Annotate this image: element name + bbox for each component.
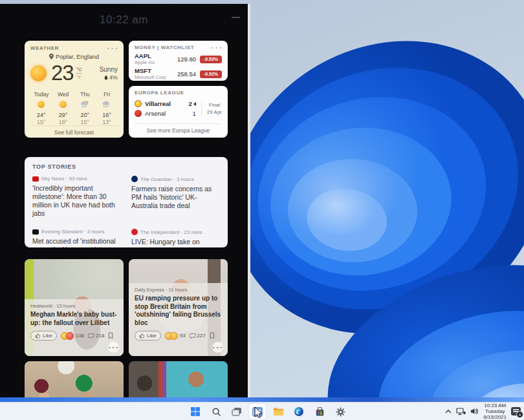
forecast-day: Fri 16° 13°: [96, 91, 118, 125]
sports-widget[interactable]: EUROPA LEAGUE Villarreal 2: [129, 86, 228, 138]
volume-icon[interactable]: [470, 408, 479, 415]
tray-date: 6/15/2021: [483, 414, 507, 420]
unit-toggle[interactable]: °C °F: [76, 67, 82, 80]
guardian-logo-icon: [131, 176, 138, 182]
story-item[interactable]: Sky News · 53 mins 'Incredibly important…: [32, 176, 121, 218]
winner-indicator-icon: [193, 102, 196, 106]
bookmark-icon[interactable]: [210, 332, 215, 339]
card-more-button[interactable]: • • •: [212, 342, 223, 353]
like-button[interactable]: Like: [135, 331, 161, 341]
store-button[interactable]: [311, 404, 328, 419]
stock-row[interactable]: MSFT Microsoft Corp 258.54 -0.52%: [135, 68, 222, 80]
network-icon[interactable]: [456, 408, 466, 415]
arsenal-crest-icon: [135, 110, 142, 117]
top-stories-widget: TOP STORIES Sky News · 53 mins 'Incredib…: [25, 157, 228, 247]
news-image-partial-left[interactable]: [25, 361, 124, 401]
money-widget[interactable]: MONEY | WATCHLIST • • • AAPL Apple Inc 1…: [129, 41, 228, 81]
weather-widget[interactable]: WEATHER • • • Poplar, England 23 °C °F: [25, 41, 124, 138]
comments-count[interactable]: 227: [190, 333, 206, 339]
weather-menu-button[interactable]: • • •: [107, 47, 118, 50]
story-item[interactable]: The Guardian · 3 hours Farmers raise con…: [131, 176, 220, 218]
fahrenheit-label[interactable]: °F: [76, 74, 82, 80]
story-headline[interactable]: Met accused of 'institutional corruption…: [32, 237, 121, 247]
story-meta-text: The Independent · 23 mins: [140, 229, 202, 235]
forecast-day: Thu 20° 15°: [74, 91, 96, 125]
stock-price: 258.54: [177, 70, 196, 78]
sun-icon: [38, 101, 45, 108]
see-full-forecast-link[interactable]: See full forecast: [30, 125, 118, 136]
wow-emoji-icon: [170, 332, 178, 340]
gear-icon: [336, 407, 345, 417]
search-button[interactable]: [208, 404, 224, 419]
widgets-card-area: WEATHER • • • Poplar, England 23 °C °F: [25, 41, 228, 401]
evening-standard-logo-icon: [32, 229, 39, 235]
top-stories-title: TOP STORIES: [32, 163, 220, 170]
stock-row[interactable]: AAPL Apple Inc 129.80 -0.53%: [135, 53, 222, 65]
story-meta-text: Sky News · 53 mins: [41, 176, 87, 182]
tray-clock[interactable]: 10:23 AM Tuesday 6/15/2021: [483, 403, 507, 420]
news-headline[interactable]: Meghan Markle's baby bust-up: the fallou…: [30, 311, 118, 327]
news-image-partial-right[interactable]: [129, 361, 228, 401]
forecast-day: Wed 29° 18°: [52, 91, 74, 125]
current-temp: 23: [51, 61, 74, 85]
money-title: MONEY | WATCHLIST: [135, 45, 194, 50]
comment-icon: [88, 333, 94, 339]
start-button[interactable]: [187, 404, 204, 419]
news-card-meghan[interactable]: Heatworld · 13 hours Meghan Markle's bab…: [25, 259, 124, 356]
reactions-count[interactable]: 93: [165, 332, 186, 340]
droplet-icon: [104, 75, 108, 80]
story-headline[interactable]: 'Incredibly important milestone': More t…: [32, 184, 121, 218]
match-score[interactable]: Villarreal 2 Arsenal 1: [135, 99, 222, 118]
stock-symbol: AAPL: [135, 53, 155, 59]
notification-center-button[interactable]: 4: [511, 407, 521, 415]
location-pin-icon: [49, 54, 54, 59]
weather-title: WEATHER: [30, 45, 59, 51]
sports-title: EUROPA LEAGUE: [135, 90, 184, 96]
comments-count[interactable]: 218: [88, 333, 104, 339]
thumb-up-icon: [139, 333, 145, 339]
notification-count-badge: 4: [516, 411, 523, 418]
sun-icon: [30, 65, 47, 81]
stock-company: Apple Inc: [135, 59, 155, 65]
stock-change-badge: -0.52%: [200, 70, 222, 78]
story-item[interactable]: Evening Standard · 3 hours Met accused o…: [32, 229, 121, 247]
news-headline[interactable]: EU ramping pressure up to stop Brexit Br…: [135, 295, 222, 327]
widgets-top-row: WEATHER • • • Poplar, England 23 °C °F: [25, 41, 228, 138]
news-meta: Daily Express · 11 hours: [135, 287, 222, 293]
widgets-clock: 10:22 am: [0, 14, 248, 26]
villarreal-crest-icon: [135, 100, 142, 107]
like-button[interactable]: Like: [30, 331, 57, 341]
task-view-button[interactable]: [228, 404, 245, 419]
comment-icon: [190, 333, 196, 339]
money-menu-button[interactable]: • • •: [212, 47, 222, 49]
sun-icon: [60, 101, 67, 108]
home-team-row: Villarreal 2: [135, 99, 196, 109]
edge-button[interactable]: [290, 404, 307, 419]
sky-news-logo-icon: [32, 176, 39, 182]
bookmark-icon[interactable]: [108, 332, 113, 339]
widgets-panel: 10:22 am WEATHER • • • Poplar, England: [0, 4, 250, 397]
news-card-brexit[interactable]: Daily Express · 11 hours EU ramping pres…: [129, 259, 228, 356]
stock-symbol: MSFT: [135, 68, 166, 74]
story-meta-text: The Guardian · 3 hours: [140, 176, 194, 182]
thumb-up-icon: [35, 333, 41, 339]
settings-button[interactable]: [332, 404, 349, 419]
see-more-europa-link[interactable]: See more Europa League: [135, 123, 222, 134]
stock-change-badge: -0.53%: [200, 56, 222, 63]
weather-condition: Sunny: [100, 66, 118, 73]
card-more-button[interactable]: • • •: [108, 342, 119, 353]
independent-logo-icon: [131, 229, 138, 235]
story-headline[interactable]: Farmers raise concerns as PM hails 'hist…: [131, 185, 220, 210]
reactions-count[interactable]: 138: [61, 332, 84, 340]
heart-emoji-icon: [66, 332, 74, 340]
forecast-row: Today 24° 15° Wed 29° 18° Thu: [30, 91, 118, 125]
stock-price: 129.80: [177, 56, 196, 63]
story-meta-text: Evening Standard · 3 hours: [41, 229, 104, 235]
panel-minimize-button[interactable]: [232, 17, 240, 18]
file-explorer-button[interactable]: [270, 404, 287, 419]
celsius-label[interactable]: °C: [76, 67, 82, 74]
tray-chevron-icon[interactable]: [445, 409, 452, 414]
story-headline[interactable]: LIVE: Hungary take on Portugal in openin…: [131, 238, 220, 247]
windows-logo-icon: [190, 406, 201, 417]
story-item[interactable]: The Independent · 23 mins LIVE: Hungary …: [131, 229, 220, 247]
